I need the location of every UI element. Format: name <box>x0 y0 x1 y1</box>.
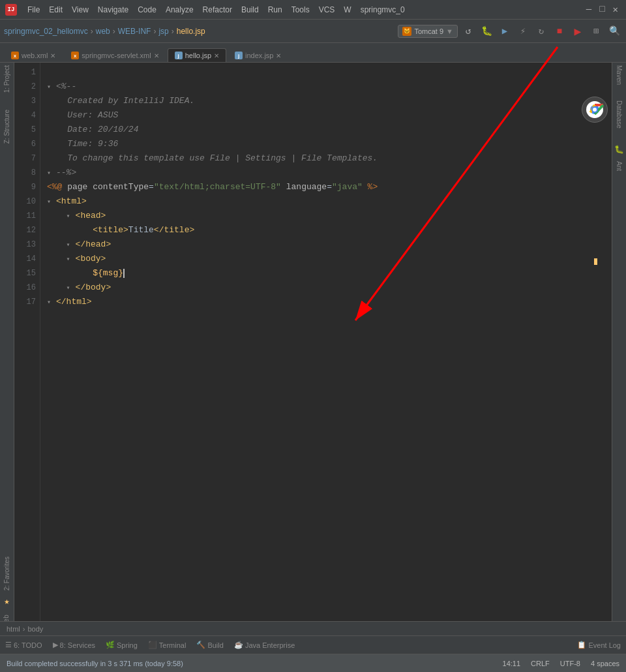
debug-button[interactable]: 🐛 <box>479 23 494 39</box>
build-panel[interactable]: 🔨 Build <box>196 641 223 649</box>
services-panel[interactable]: ▶ 8: Services <box>53 641 95 649</box>
breadcrumb-project[interactable]: springmvc_02_hellomvc <box>4 27 88 36</box>
editor-area: 1234 5678 9101112 13141516 17 ▾<%-- Crea… <box>14 63 612 634</box>
app-logo: IJ <box>5 4 17 16</box>
xml-icon-2: x <box>71 52 79 59</box>
run-highlighted-button[interactable]: ▶ <box>570 23 586 39</box>
log-icon: 📋 <box>577 641 586 649</box>
menu-run[interactable]: Run <box>264 4 286 16</box>
chrome-icon <box>586 100 604 119</box>
jsp-icon-2: j <box>235 52 243 59</box>
breadcrumb-html[interactable]: html <box>7 625 20 633</box>
menu-vcs[interactable]: VCS <box>315 4 339 16</box>
menu-refactor[interactable]: Refactor <box>199 4 236 16</box>
sidebar-project[interactable]: 1: Project <box>3 65 10 93</box>
java-icon: ☕ <box>234 641 243 649</box>
spring-panel[interactable]: 🌿 Spring <box>106 641 138 649</box>
scrollbar-marker <box>594 258 597 265</box>
sidebar-favorites[interactable]: 2: Favorites <box>3 557 10 590</box>
tabbar: x web.xml ✕ x springmvc-servlet.xml ✕ j … <box>0 43 626 63</box>
tab-hello-jsp[interactable]: j hello.jsp ✕ <box>168 48 226 62</box>
menu-build[interactable]: Build <box>237 4 263 16</box>
jsp-icon: j <box>175 52 183 59</box>
bug-icon[interactable]: 🐛 <box>614 144 625 156</box>
spring-icon: 🌿 <box>106 641 115 649</box>
profile-button[interactable]: ⚡ <box>515 23 531 39</box>
line-numbers: 1234 5678 9101112 13141516 17 <box>14 63 40 634</box>
close-springmvc-tab[interactable]: ✕ <box>154 52 159 59</box>
window-controls: — □ ✕ <box>584 4 621 15</box>
event-log-panel[interactable]: 📋 Event Log <box>577 641 621 649</box>
coverage-button[interactable]: ▶ <box>497 23 513 39</box>
minimize-button[interactable]: — <box>584 4 594 15</box>
refresh-button[interactable]: ↺ <box>460 23 476 39</box>
update-button[interactable]: ↻ <box>533 23 549 39</box>
menu-w[interactable]: W <box>340 4 355 16</box>
menu-file[interactable]: File <box>23 4 44 16</box>
menu-tools[interactable]: Tools <box>288 4 314 16</box>
tab-web-xml[interactable]: x web.xml ✕ <box>4 48 63 62</box>
breadcrumb-file[interactable]: hello.jsp <box>177 27 205 36</box>
menu-bar: File Edit View Navigate Code Analyze Ref… <box>23 4 409 16</box>
menu-edit[interactable]: Edit <box>45 4 67 16</box>
close-hello-tab[interactable]: ✕ <box>214 52 219 59</box>
tab-index-jsp[interactable]: j index.jsp ✕ <box>228 48 288 62</box>
tab-springmvc-servlet[interactable]: x springmvc-servlet.xml ✕ <box>64 48 166 62</box>
menu-navigate[interactable]: Navigate <box>94 4 132 16</box>
encoding[interactable]: UTF-8 <box>560 660 580 667</box>
breadcrumb: springmvc_02_hellomvc › web › WEB-INF › … <box>4 27 205 36</box>
bottom-toolbar: ☰ 6: TODO ▶ 8: Services 🌿 Spring ⬛ Termi… <box>0 635 626 654</box>
close-web-xml-tab[interactable]: ✕ <box>50 52 55 59</box>
breadcrumb-body[interactable]: body <box>27 625 43 633</box>
menu-analyze[interactable]: Analyze <box>162 4 198 16</box>
breadcrumb-jsp[interactable]: jsp <box>158 27 168 36</box>
chrome-button[interactable] <box>582 97 608 123</box>
tomcat-button[interactable]: 🐱 Tomcat 9 ▼ <box>398 25 458 38</box>
code-editor[interactable]: 1234 5678 9101112 13141516 17 ▾<%-- Crea… <box>14 63 612 634</box>
status-message: Build completed successfully in 3 s 371 … <box>7 660 490 667</box>
todo-panel[interactable]: ☰ 6: TODO <box>5 641 42 649</box>
build-icon: 🔨 <box>196 641 205 649</box>
breadcrumb-web[interactable]: web <box>96 27 110 36</box>
cursor-position[interactable]: 14:11 <box>503 660 521 667</box>
terminal-panel[interactable]: ⬛ Terminal <box>148 641 186 649</box>
code-content[interactable]: ▾<%-- Created by IntelliJ IDEA. User: AS… <box>40 63 612 634</box>
close-index-tab[interactable]: ✕ <box>276 52 281 59</box>
status-bar: Build completed successfully in 3 s 371 … <box>0 654 626 672</box>
right-sidebar: Maven Database 🐛 Ant <box>612 63 626 634</box>
navbar: springmvc_02_hellomvc › web › WEB-INF › … <box>0 20 626 43</box>
close-button[interactable]: ✕ <box>610 4 621 15</box>
menu-view[interactable]: View <box>68 4 93 16</box>
search-button[interactable]: 🔍 <box>606 23 622 39</box>
terminal-icon: ⬛ <box>148 641 157 649</box>
editor-breadcrumb: html › body <box>0 621 626 635</box>
project-name[interactable]: springmvc_0 <box>357 4 409 16</box>
indent[interactable]: 4 spaces <box>591 660 619 667</box>
xml-icon: x <box>11 52 19 59</box>
left-sidebar: 1: Project Z: Structure 2: Favorites ★ W… <box>0 63 14 634</box>
sidebar-ant[interactable]: Ant <box>616 161 623 171</box>
favorites-icon: ★ <box>4 596 9 607</box>
java-enterprise-panel[interactable]: ☕ Java Enterprise <box>234 641 295 649</box>
sidebar-structure[interactable]: Z: Structure <box>3 110 10 144</box>
play-icon: ▶ <box>53 641 58 649</box>
titlebar: IJ File Edit View Navigate Code Analyze … <box>0 0 626 20</box>
sidebar-database[interactable]: Database <box>616 100 623 129</box>
stop-button[interactable]: ■ <box>552 23 567 39</box>
tomcat-icon: 🐱 <box>402 27 411 36</box>
breadcrumb-webinf[interactable]: WEB-INF <box>118 27 151 36</box>
status-right: 14:11 CRLF UTF-8 4 spaces <box>503 660 619 667</box>
layout-button[interactable]: ⊞ <box>588 23 604 39</box>
maximize-button[interactable]: □ <box>597 4 607 15</box>
svg-point-3 <box>593 108 597 112</box>
list-icon: ☰ <box>5 641 12 649</box>
line-separator[interactable]: CRLF <box>531 660 550 667</box>
menu-code[interactable]: Code <box>134 4 160 16</box>
sidebar-maven[interactable]: Maven <box>616 65 623 85</box>
